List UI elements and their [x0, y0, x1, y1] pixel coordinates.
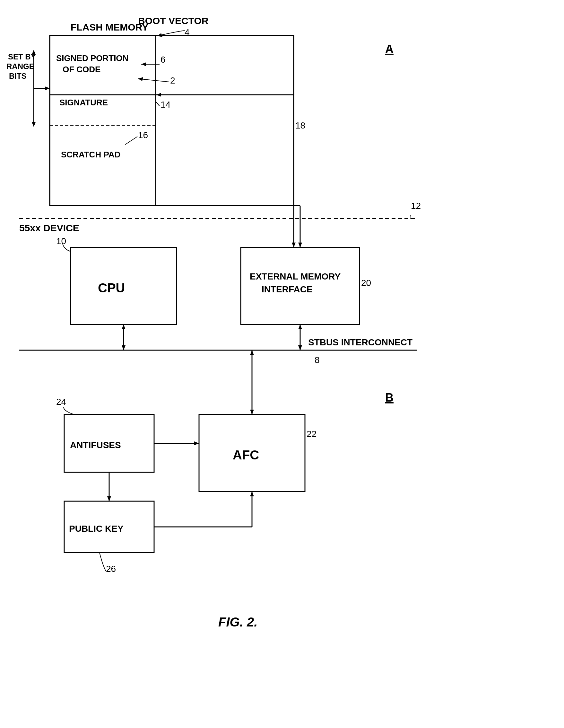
diagram-container: A FLASH MEMORY SIGNED PORTION OF CODE SI…: [0, 0, 564, 728]
num-16: 16: [138, 130, 148, 140]
num-14: 14: [161, 100, 171, 110]
section-b-label: B: [385, 391, 393, 404]
signature-label: SIGNATURE: [59, 98, 108, 107]
num-26: 26: [106, 564, 116, 574]
num-10: 10: [56, 236, 66, 246]
ext-mem-label1: EXTERNAL MEMORY: [250, 271, 340, 281]
num-24: 24: [56, 397, 66, 407]
device-label: 55xx DEVICE: [19, 223, 79, 233]
num-8: 8: [314, 355, 320, 365]
num-12: 12: [411, 201, 421, 211]
num-18: 18: [295, 120, 305, 130]
cpu-label: CPU: [98, 281, 125, 295]
num-2: 2: [170, 75, 175, 85]
ext-mem-label2: INTERFACE: [262, 284, 313, 294]
num-6: 6: [161, 55, 166, 65]
boot-vector-label: BOOT VECTOR: [138, 15, 209, 26]
figure-label: FIG. 2.: [218, 615, 258, 629]
flash-memory-label: FLASH MEMORY: [71, 22, 148, 32]
num-20: 20: [361, 278, 371, 288]
scratch-pad-label: SCRATCH PAD: [61, 150, 120, 159]
signed-portion-label2: OF CODE: [63, 65, 101, 74]
signed-portion-label: SIGNED PORTION: [56, 53, 128, 63]
set-by-label: SET BY: [8, 52, 36, 61]
antifuses-label: ANTIFUSES: [70, 440, 121, 450]
section-a-label: A: [385, 42, 393, 56]
num-22: 22: [306, 429, 316, 439]
afc-label: AFC: [233, 448, 259, 462]
stbus-label: STBUS INTERCONNECT: [308, 337, 412, 347]
public-key-label: PUBLIC KEY: [69, 524, 124, 534]
diagram-svg: A FLASH MEMORY SIGNED PORTION OF CODE SI…: [0, 0, 564, 728]
bits-label: BITS: [9, 72, 27, 80]
range-label: RANGE: [6, 62, 34, 71]
